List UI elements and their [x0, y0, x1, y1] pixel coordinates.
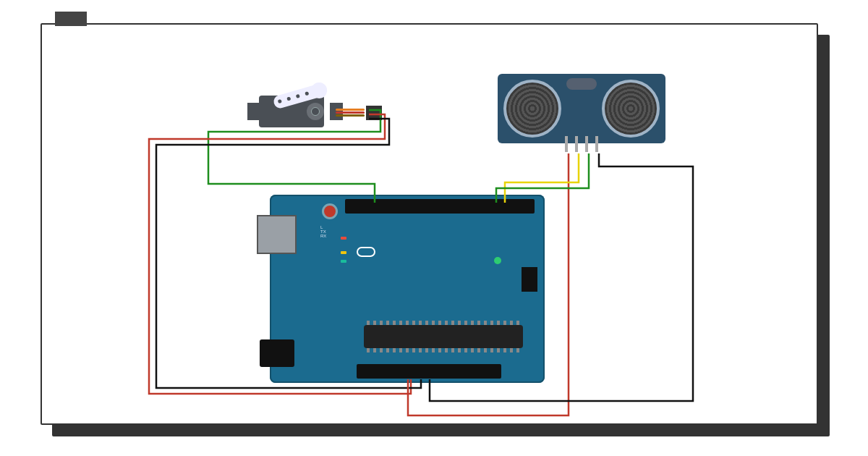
led-rx-icon [341, 260, 346, 263]
atmega-chip-icon [364, 325, 523, 348]
project-card: LTXRX [41, 23, 818, 425]
file-title-tab [55, 12, 87, 26]
ultrasonic-transducer-icon [503, 80, 561, 138]
arduino-logo [357, 247, 378, 258]
infinity-icon [357, 247, 375, 257]
servo-leads [336, 109, 365, 117]
led-tx-icon [341, 251, 346, 254]
circuit-canvas: LTXRX [42, 25, 817, 423]
led-labels: LTXRX [320, 225, 326, 238]
led-on-icon [494, 257, 501, 264]
digital-header [345, 199, 535, 214]
arduino-board[interactable]: LTXRX [270, 195, 545, 383]
servo-shaft [307, 103, 324, 120]
servo-connector [366, 106, 382, 120]
reset-button[interactable] [322, 203, 338, 219]
icsp-header-icon [522, 267, 537, 292]
power-analog-header [357, 364, 501, 379]
power-jack-icon [260, 339, 294, 367]
sensor-pins [565, 136, 598, 152]
led-l-icon [341, 237, 346, 240]
crystal-icon [566, 78, 597, 90]
usb-port-icon [257, 215, 297, 254]
servo-motor[interactable] [237, 90, 339, 133]
ultrasonic-sensor[interactable] [498, 74, 665, 143]
ultrasonic-transducer-icon [602, 80, 660, 138]
